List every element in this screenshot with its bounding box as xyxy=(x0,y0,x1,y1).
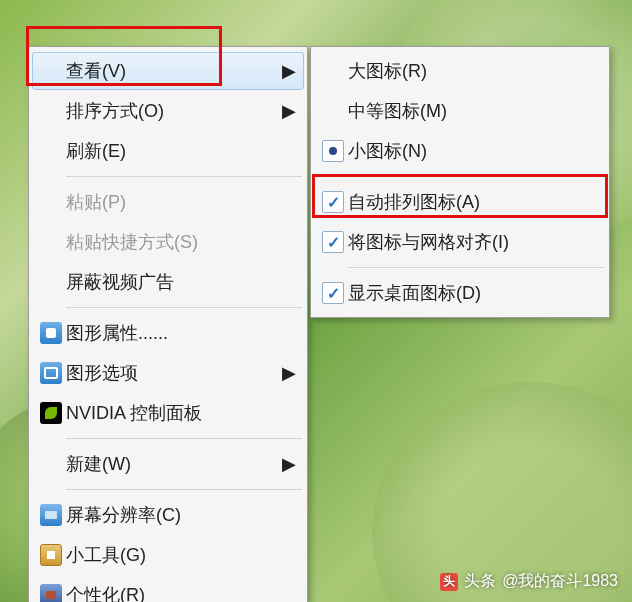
menu-separator xyxy=(348,176,604,177)
menu-separator xyxy=(66,489,302,490)
icon-slot xyxy=(36,544,66,566)
menu-item-resolution[interactable]: 屏幕分辨率(C) xyxy=(32,495,304,535)
menu-item-block-ads[interactable]: 屏蔽视频广告 xyxy=(32,262,304,302)
menu-item-nvidia[interactable]: NVIDIA 控制面板 xyxy=(32,393,304,433)
icon-slot xyxy=(36,322,66,344)
menu-label: 刷新(E) xyxy=(66,139,296,163)
menu-label: 新建(W) xyxy=(66,452,280,476)
graphics-options-icon xyxy=(40,362,62,384)
submenu-item-auto-arrange[interactable]: ✓ 自动排列图标(A) xyxy=(314,182,606,222)
submenu-arrow-icon: ▶ xyxy=(280,100,296,122)
icon-slot xyxy=(318,140,348,162)
checkbox-checked-icon: ✓ xyxy=(322,191,344,213)
nvidia-icon xyxy=(40,402,62,424)
menu-label: 图形属性...... xyxy=(66,321,296,345)
menu-label: 图形选项 xyxy=(66,361,280,385)
menu-label: 显示桌面图标(D) xyxy=(348,281,598,305)
submenu-arrow-icon: ▶ xyxy=(280,60,296,82)
gadget-icon xyxy=(40,544,62,566)
submenu-item-small-icons[interactable]: 小图标(N) xyxy=(314,131,606,171)
submenu-item-show-desktop-icons[interactable]: ✓ 显示桌面图标(D) xyxy=(314,273,606,313)
menu-separator xyxy=(66,176,302,177)
menu-item-view[interactable]: 查看(V) ▶ xyxy=(32,52,304,90)
checkbox-checked-icon: ✓ xyxy=(322,282,344,304)
menu-item-gadget[interactable]: 小工具(G) xyxy=(32,535,304,575)
desktop-context-menu: 查看(V) ▶ 排序方式(O) ▶ 刷新(E) 粘贴(P) 粘贴快捷方式(S) … xyxy=(28,46,308,602)
submenu-item-medium-icons[interactable]: 中等图标(M) xyxy=(314,91,606,131)
menu-label: 屏蔽视频广告 xyxy=(66,270,296,294)
icon-slot xyxy=(36,504,66,526)
menu-item-sort[interactable]: 排序方式(O) ▶ xyxy=(32,91,304,131)
menu-item-graphics-properties[interactable]: 图形属性...... xyxy=(32,313,304,353)
icon-slot xyxy=(36,402,66,424)
menu-item-personalize[interactable]: 个性化(R) xyxy=(32,575,304,602)
watermark-icon: 头 xyxy=(440,573,458,591)
menu-label: NVIDIA 控制面板 xyxy=(66,401,296,425)
menu-label: 个性化(R) xyxy=(66,583,296,602)
menu-item-graphics-options[interactable]: 图形选项 ▶ xyxy=(32,353,304,393)
menu-label: 小图标(N) xyxy=(348,139,598,163)
menu-label: 屏幕分辨率(C) xyxy=(66,503,296,527)
menu-item-paste-shortcut: 粘贴快捷方式(S) xyxy=(32,222,304,262)
submenu-item-large-icons[interactable]: 大图标(R) xyxy=(314,51,606,91)
watermark-handle: @我的奋斗1983 xyxy=(502,571,618,592)
menu-item-refresh[interactable]: 刷新(E) xyxy=(32,131,304,171)
menu-item-new[interactable]: 新建(W) ▶ xyxy=(32,444,304,484)
graphics-properties-icon xyxy=(40,322,62,344)
submenu-arrow-icon: ▶ xyxy=(280,453,296,475)
menu-label: 排序方式(O) xyxy=(66,99,280,123)
menu-separator xyxy=(66,307,302,308)
menu-separator xyxy=(66,438,302,439)
menu-label: 粘贴快捷方式(S) xyxy=(66,230,296,254)
icon-slot: ✓ xyxy=(318,231,348,253)
icon-slot: ✓ xyxy=(318,282,348,304)
menu-label: 将图标与网格对齐(I) xyxy=(348,230,598,254)
icon-slot: ✓ xyxy=(318,191,348,213)
icon-slot xyxy=(36,584,66,602)
view-submenu: 大图标(R) 中等图标(M) 小图标(N) ✓ 自动排列图标(A) ✓ 将图标与… xyxy=(310,46,610,318)
submenu-arrow-icon: ▶ xyxy=(280,362,296,384)
watermark: 头 头条 @我的奋斗1983 xyxy=(440,571,618,592)
resolution-icon xyxy=(40,504,62,526)
menu-label: 大图标(R) xyxy=(348,59,598,83)
menu-label: 查看(V) xyxy=(66,59,280,83)
submenu-item-align-to-grid[interactable]: ✓ 将图标与网格对齐(I) xyxy=(314,222,606,262)
radio-selected-icon xyxy=(322,140,344,162)
icon-slot xyxy=(36,362,66,384)
menu-label: 小工具(G) xyxy=(66,543,296,567)
menu-label: 中等图标(M) xyxy=(348,99,598,123)
watermark-prefix: 头条 xyxy=(464,571,496,592)
checkbox-checked-icon: ✓ xyxy=(322,231,344,253)
personalize-icon xyxy=(40,584,62,602)
menu-label: 自动排列图标(A) xyxy=(348,190,598,214)
menu-separator xyxy=(348,267,604,268)
menu-label: 粘贴(P) xyxy=(66,190,296,214)
background-leaf xyxy=(372,382,632,602)
menu-item-paste: 粘贴(P) xyxy=(32,182,304,222)
